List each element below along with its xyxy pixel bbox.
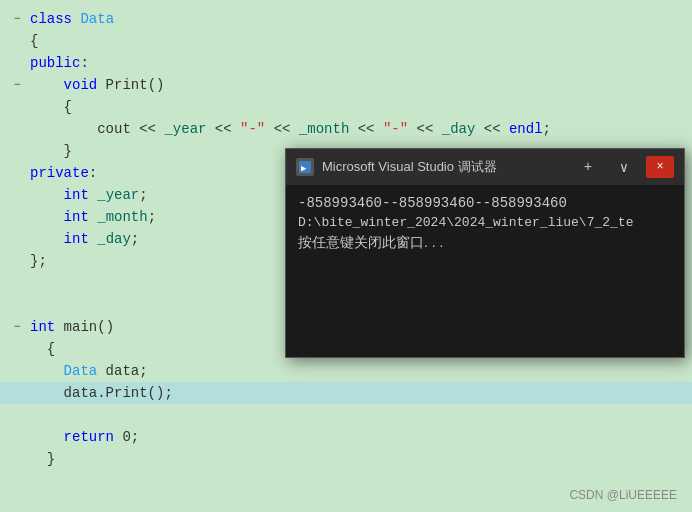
console-body: -858993460--858993460--858993460 D:\bite… bbox=[286, 185, 684, 357]
collapse-icon-15[interactable]: − bbox=[8, 320, 26, 334]
code-line-2: { bbox=[0, 30, 692, 52]
console-output-line-1: -858993460--858993460--858993460 bbox=[298, 195, 672, 211]
watermark: CSDN @LiUEEEEE bbox=[569, 488, 677, 502]
console-new-tab-button[interactable]: + bbox=[574, 156, 602, 178]
code-line-19 bbox=[0, 404, 692, 426]
console-titlebar: ▶ Microsoft Visual Studio 调试器 + ∨ × bbox=[286, 149, 684, 185]
code-line-1: − class Data bbox=[0, 8, 692, 30]
code-line-6: cout << _year << "-" << _month << "-" <<… bbox=[0, 118, 692, 140]
code-line-21: } bbox=[0, 448, 692, 470]
code-line-4: − void Print() bbox=[0, 74, 692, 96]
code-line-17: Data data; bbox=[0, 360, 692, 382]
code-line-20: return 0; bbox=[0, 426, 692, 448]
collapse-icon-1[interactable]: − bbox=[8, 12, 26, 26]
console-close-button[interactable]: × bbox=[646, 156, 674, 178]
collapse-icon-4[interactable]: − bbox=[8, 78, 26, 92]
console-title-text: Microsoft Visual Studio 调试器 bbox=[322, 158, 566, 176]
console-output-line-2: D:\bite_winter_2024\2024_winter_liue\7_2… bbox=[298, 215, 672, 230]
vs-debug-icon: ▶ bbox=[296, 158, 314, 176]
console-window: ▶ Microsoft Visual Studio 调试器 + ∨ × -858… bbox=[285, 148, 685, 358]
code-line-18: data.Print(); bbox=[0, 382, 692, 404]
console-output-line-3: 按任意键关闭此窗口. . . bbox=[298, 234, 672, 252]
code-line-3: public : bbox=[0, 52, 692, 74]
svg-text:▶: ▶ bbox=[301, 163, 307, 173]
console-chevron-button[interactable]: ∨ bbox=[610, 156, 638, 178]
code-editor: − class Data { public : − void Print() {… bbox=[0, 0, 692, 512]
code-line-5: { bbox=[0, 96, 692, 118]
